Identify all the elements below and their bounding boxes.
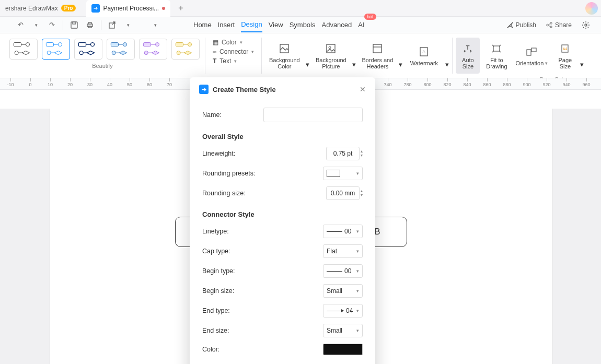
watermark-more[interactable]: ▾ bbox=[445, 61, 449, 74]
share-button[interactable]: Share bbox=[546, 21, 572, 29]
page-size-more[interactable]: ▾ bbox=[580, 61, 584, 74]
theme-thumb-6[interactable] bbox=[171, 39, 200, 60]
close-button[interactable]: ✕ bbox=[360, 85, 366, 93]
rounding-size-value[interactable]: 0.00 mm bbox=[326, 186, 360, 200]
dialog-body: Name: Overall Style Lineweight: 0.75 pt … bbox=[190, 99, 375, 363]
orientation-button[interactable]: Orientation▾ bbox=[513, 38, 550, 74]
shape-b-label: B bbox=[375, 227, 380, 237]
page-size-button[interactable]: A4 Page Size bbox=[552, 38, 578, 74]
bg-color-icon bbox=[278, 42, 291, 55]
print-icon[interactable] bbox=[85, 20, 95, 30]
theme-thumb-4[interactable] bbox=[107, 39, 135, 60]
ruler-tick: 10 bbox=[42, 78, 58, 87]
ruler-tick: 70 bbox=[161, 78, 177, 87]
linetype-select[interactable]: 00 ▾ bbox=[323, 225, 363, 238]
chevron-down-icon: ▾ bbox=[356, 249, 359, 254]
svg-rect-34 bbox=[143, 43, 151, 46]
text-dropdown[interactable]: TText▾ bbox=[213, 57, 254, 65]
theme-thumb-3[interactable] bbox=[74, 39, 102, 60]
ruler-tick: 780 bbox=[400, 78, 415, 87]
svg-point-48 bbox=[329, 46, 331, 49]
auto-size-button[interactable]: T Auto Size bbox=[456, 38, 480, 74]
fit-drawing-button[interactable]: Fit to Drawing bbox=[482, 38, 511, 74]
watermark-button[interactable]: A Watermark bbox=[404, 38, 443, 74]
bg-picture-icon bbox=[325, 42, 337, 55]
lineweight-spinner[interactable]: ▴▾ bbox=[361, 149, 363, 158]
svg-rect-1 bbox=[73, 22, 76, 24]
background-color-button[interactable]: Background Color bbox=[265, 38, 304, 74]
qat-more-icon[interactable]: ▾ bbox=[151, 20, 160, 30]
ruler-tick: 840 bbox=[459, 78, 475, 87]
bg-picture-more[interactable]: ▾ bbox=[352, 61, 356, 74]
rounding-presets-select[interactable]: ▾ bbox=[323, 167, 363, 180]
bg-color-more[interactable]: ▾ bbox=[306, 61, 309, 74]
line-preview-icon bbox=[327, 231, 342, 232]
svg-rect-49 bbox=[373, 44, 382, 53]
color-dropdown[interactable]: ▦Color▾ bbox=[213, 39, 254, 46]
begin-type-label: Begin type: bbox=[202, 267, 323, 275]
create-theme-style-dialog: Create Theme Style ✕ Name: Overall Style… bbox=[190, 77, 375, 364]
end-type-select[interactable]: 04 ▾ bbox=[323, 304, 363, 318]
spinner-down-icon[interactable]: ▾ bbox=[361, 154, 363, 158]
undo-more-icon[interactable]: ▾ bbox=[31, 20, 41, 30]
background-picture-button[interactable]: Background Picture bbox=[311, 38, 350, 74]
begin-type-row: Begin type: 00 ▾ bbox=[202, 264, 363, 278]
svg-marker-45 bbox=[184, 51, 191, 55]
menu-insert[interactable]: Insert bbox=[218, 18, 235, 32]
fit-label: Fit to Drawing bbox=[483, 57, 510, 69]
menu-home[interactable]: Home bbox=[193, 18, 212, 32]
borders-more[interactable]: ▾ bbox=[399, 61, 402, 74]
tab-title: Payment Processi... bbox=[103, 5, 159, 12]
svg-marker-21 bbox=[54, 51, 62, 55]
name-input[interactable] bbox=[263, 108, 363, 122]
connector-dropdown[interactable]: ⎓Connector▾ bbox=[213, 48, 254, 55]
svg-rect-22 bbox=[78, 43, 86, 46]
save-icon[interactable] bbox=[70, 20, 79, 30]
chevron-down-icon: ▾ bbox=[356, 288, 359, 293]
ruler-tick: 20 bbox=[62, 78, 78, 87]
svg-point-8 bbox=[550, 26, 552, 28]
theme-thumb-1[interactable] bbox=[9, 39, 38, 60]
lineweight-value[interactable]: 0.75 pt bbox=[326, 147, 360, 160]
svg-point-18 bbox=[58, 43, 62, 46]
ruler-tick: 920 bbox=[539, 78, 554, 87]
cap-type-row: Cap type: Flat ▾ bbox=[202, 244, 363, 258]
begin-size-select[interactable]: Small ▾ bbox=[323, 284, 363, 298]
export-more-icon[interactable]: ▾ bbox=[123, 20, 133, 30]
menu-ai[interactable]: AI hot bbox=[358, 18, 364, 32]
end-type-value: 04 bbox=[346, 307, 353, 314]
chevron-down-icon: ▾ bbox=[356, 171, 359, 176]
theme-thumb-5[interactable] bbox=[139, 39, 167, 60]
svg-point-42 bbox=[188, 43, 191, 46]
end-size-select[interactable]: Small ▾ bbox=[323, 324, 363, 337]
borders-headers-button[interactable]: Borders and Headers bbox=[358, 38, 397, 74]
export-icon[interactable] bbox=[108, 20, 117, 30]
menu-view[interactable]: View bbox=[269, 18, 283, 32]
publish-button[interactable]: Publish bbox=[506, 21, 536, 29]
begin-type-select[interactable]: 00 ▾ bbox=[323, 264, 363, 278]
document-tab[interactable]: Payment Processi... bbox=[86, 0, 170, 17]
theme-gallery-group: Beautify bbox=[0, 33, 205, 78]
menu-advanced[interactable]: Advanced bbox=[321, 18, 352, 32]
settings-icon[interactable] bbox=[581, 20, 591, 30]
fit-icon bbox=[490, 42, 503, 55]
user-avatar[interactable] bbox=[585, 2, 598, 15]
ruler-tick: 0 bbox=[22, 78, 38, 87]
spinner-down-icon[interactable]: ▾ bbox=[361, 193, 363, 197]
rounding-size-spinner[interactable]: ▴▾ bbox=[361, 189, 363, 197]
new-tab-button[interactable]: ＋ bbox=[175, 2, 187, 15]
undo-icon[interactable]: ↶ bbox=[16, 20, 25, 30]
lineweight-row: Lineweight: 0.75 pt ▴▾ bbox=[202, 147, 363, 160]
end-size-label: End size: bbox=[202, 327, 323, 334]
cap-type-select[interactable]: Flat ▾ bbox=[323, 244, 363, 258]
end-size-value: Small bbox=[327, 327, 342, 334]
color-swatch[interactable] bbox=[323, 344, 363, 355]
chevron-down-icon: ▾ bbox=[356, 229, 359, 234]
menu-symbols[interactable]: Symbols bbox=[290, 18, 316, 32]
redo-icon[interactable]: ↷ bbox=[47, 20, 56, 30]
linetype-row: Linetype: 00 ▾ bbox=[202, 225, 363, 238]
menu-design[interactable]: Design bbox=[241, 17, 262, 32]
theme-thumb-2[interactable] bbox=[42, 39, 70, 60]
publish-label: Publish bbox=[516, 21, 536, 29]
svg-point-25 bbox=[79, 51, 83, 55]
